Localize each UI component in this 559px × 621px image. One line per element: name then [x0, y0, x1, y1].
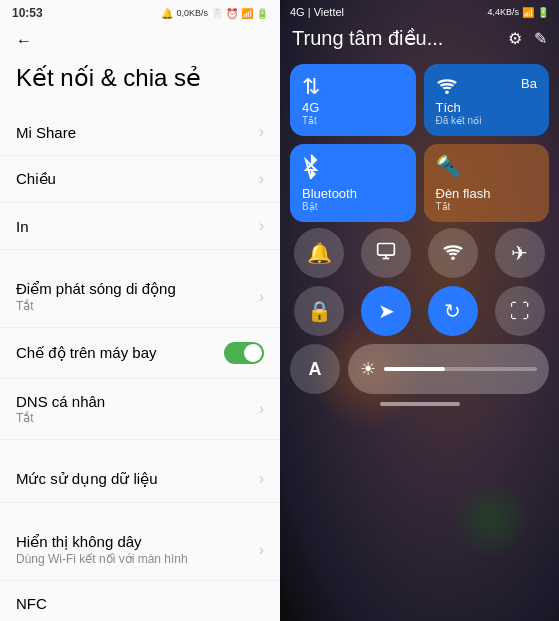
control-center-panel: 4G | Viettel 4,4KB/s 📶 🔋 Trung tâm điều.…	[280, 0, 559, 621]
wifi-label: Tích	[436, 100, 482, 115]
4g-sub: Tắt	[302, 115, 404, 126]
wifi-icon	[436, 74, 482, 100]
dns-content: DNS cá nhân Tắt	[16, 393, 105, 425]
hien-thi-item[interactable]: Hiển thị không dây Dùng Wi-Fi kết nối vớ…	[0, 519, 280, 581]
tile-4g[interactable]: ⇅ 4G Tắt	[290, 64, 416, 136]
chieu-item[interactable]: Chiều ›	[0, 156, 280, 203]
status-bar-right: 4G | Viettel 4,4KB/s 📶 🔋	[280, 0, 559, 22]
brightness-fill	[384, 367, 445, 371]
wifi-right-label: Ba	[521, 76, 537, 91]
hien-thi-label: Hiển thị không dây	[16, 533, 188, 551]
mi-share-item[interactable]: Mi Share ›	[0, 109, 280, 156]
cast-icon	[376, 241, 396, 266]
4g-label: 4G	[302, 100, 404, 115]
mi-share-label: Mi Share	[16, 124, 76, 141]
airplane-toggle[interactable]	[224, 342, 264, 364]
cc-header-icons: ⚙ ✎	[508, 29, 547, 48]
signal-icon: 📶	[241, 8, 253, 19]
cc-title: Trung tâm điều...	[292, 26, 443, 50]
in-item[interactable]: In ›	[0, 203, 280, 250]
battery-icon: 🔋	[256, 8, 268, 19]
chieu-arrow-icon: ›	[259, 170, 264, 188]
nfc-label: NFC	[16, 595, 47, 612]
in-arrow-icon: ›	[259, 217, 264, 235]
signal-right-icon: 📶	[522, 7, 534, 18]
alarm-icon: ⏰	[226, 8, 238, 19]
nfc-item[interactable]: NFC	[0, 581, 280, 621]
rotate-icon: ↻	[444, 299, 461, 323]
status-icons-left: 🔔 0,0KB/s 🦷 ⏰ 📶 🔋	[161, 8, 268, 19]
small-tiles-row1: 🔔	[280, 228, 559, 278]
expand-tile[interactable]: ⛶	[495, 286, 545, 336]
cc-header: Trung tâm điều... ⚙ ✎	[280, 22, 559, 58]
tile-bluetooth[interactable]: Bluetooth Bật	[290, 144, 416, 222]
diem-phat-item[interactable]: Điểm phát sóng di động Tắt ›	[0, 266, 280, 328]
4g-icon: ⇅	[302, 74, 404, 100]
bottom-row: A ☀	[280, 336, 559, 394]
svg-point-0	[445, 90, 449, 94]
bt-label: Bluetooth	[302, 186, 404, 201]
lock-icon: 🔒	[307, 299, 332, 323]
diem-phat-arrow-icon: ›	[259, 288, 264, 306]
status-bar-left: 10:53 🔔 0,0KB/s 🦷 ⏰ 📶 🔋	[0, 0, 280, 24]
settings-panel: 10:53 🔔 0,0KB/s 🦷 ⏰ 📶 🔋 ← Kết nối & chia…	[0, 0, 280, 621]
home-indicator	[280, 394, 559, 410]
hien-thi-arrow-icon: ›	[259, 541, 264, 559]
location-icon: ➤	[378, 299, 395, 323]
tile-wifi[interactable]: Tích Đã kết nối Ba	[424, 64, 550, 136]
tile-flashlight[interactable]: 🔦 Đèn flash Tắt	[424, 144, 550, 222]
flash-text: Đèn flash Tắt	[436, 186, 538, 212]
wifi-extra: Ba	[521, 74, 537, 92]
muc-su-dung-content: Mức sử dụng dữ liệu	[16, 470, 158, 488]
notification-icon: 🔔	[161, 8, 173, 19]
lock-tile[interactable]: 🔒	[294, 286, 344, 336]
small-tiles-row2: 🔒 ➤ ↻ ⛶	[280, 278, 559, 336]
in-content: In	[16, 218, 29, 235]
chieu-label: Chiều	[16, 170, 56, 188]
muc-su-dung-arrow-icon: ›	[259, 470, 264, 488]
diem-phat-sub: Tắt	[16, 299, 176, 313]
brightness-icon: ☀	[360, 358, 376, 380]
bluetooth-icon-left: 🦷	[211, 8, 223, 19]
expand-icon: ⛶	[510, 300, 530, 323]
flashlight-icon: 🔦	[436, 154, 538, 178]
hien-thi-sub: Dùng Wi-Fi kết nối với màn hình	[16, 552, 188, 566]
edit-icon[interactable]: ✎	[534, 29, 547, 48]
bt-sub: Bật	[302, 201, 404, 212]
back-arrow-icon: ←	[16, 32, 32, 49]
mi-share-arrow-icon: ›	[259, 123, 264, 141]
page-title: Kết nối & chia sẻ	[0, 58, 280, 109]
diem-phat-label: Điểm phát sóng di động	[16, 280, 176, 298]
che-do-item: Chế độ trên máy bay	[0, 328, 280, 379]
cast-tile[interactable]	[361, 228, 411, 278]
dns-item[interactable]: DNS cá nhân Tắt ›	[0, 379, 280, 440]
carrier-label: 4G | Viettel	[290, 6, 344, 18]
in-label: In	[16, 218, 29, 235]
auto-brightness-tile[interactable]: A	[290, 344, 340, 394]
location-tile[interactable]: ➤	[361, 286, 411, 336]
airplane-tile-icon: ✈	[511, 241, 528, 265]
mi-share-content: Mi Share	[16, 124, 76, 141]
muc-su-dung-item[interactable]: Mức sử dụng dữ liệu ›	[0, 456, 280, 503]
notification-tile[interactable]: 🔔	[294, 228, 344, 278]
home-bar	[380, 402, 460, 406]
dns-arrow-icon: ›	[259, 400, 264, 418]
dns-label: DNS cá nhân	[16, 393, 105, 410]
rotate-tile[interactable]: ↻	[428, 286, 478, 336]
bluetooth-tile-icon	[302, 154, 404, 186]
4g-text: 4G Tắt	[302, 100, 404, 126]
back-button[interactable]: ←	[0, 24, 280, 58]
brightness-slider[interactable]: ☀	[348, 344, 549, 394]
svg-rect-1	[378, 243, 395, 255]
settings-icon[interactable]: ⚙	[508, 29, 522, 48]
wifi-small-icon	[442, 242, 464, 265]
airplane-tile[interactable]: ✈	[495, 228, 545, 278]
svg-point-4	[451, 256, 455, 260]
wifi-tile[interactable]	[428, 228, 478, 278]
auto-label: A	[309, 359, 322, 380]
muc-su-dung-label: Mức sử dụng dữ liệu	[16, 470, 158, 488]
brightness-track	[384, 367, 537, 371]
bt-text: Bluetooth Bật	[302, 186, 404, 212]
hien-thi-content: Hiển thị không dây Dùng Wi-Fi kết nối vớ…	[16, 533, 188, 566]
notification-tile-icon: 🔔	[307, 241, 332, 265]
